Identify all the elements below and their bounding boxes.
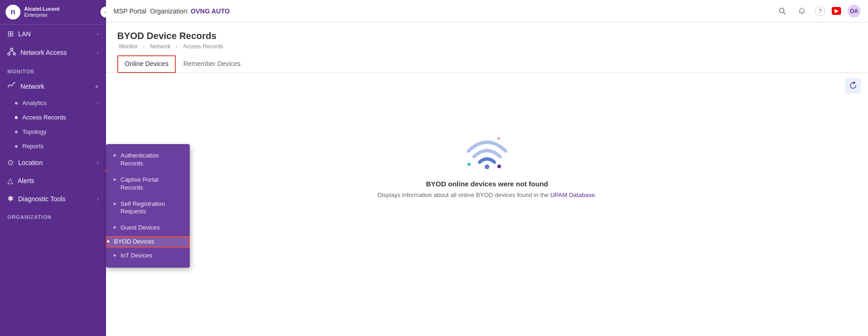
svg-point-5 (780, 8, 784, 13)
empty-state-description: Displays information about all online BY… (378, 191, 597, 198)
page-header: BYOD Device Records Monitor - Network - … (106, 22, 868, 50)
svg-point-1 (8, 53, 10, 55)
sidebar-item-network-access[interactable]: Network Access › (0, 43, 106, 62)
submenu-item-iot-devices[interactable]: IoT Devices (106, 248, 190, 264)
breadcrumb: Monitor - Network - Access Records (117, 43, 857, 50)
wifi-icon (464, 133, 510, 171)
empty-state: BYOD online devices were not found Displ… (106, 73, 868, 259)
svg-line-4 (12, 51, 14, 53)
access-records-submenu: Authentication Records Captive Portal Re… (106, 144, 190, 268)
dot-icon (114, 178, 116, 181)
top-header: MSP Portal Organization: OVNG AUTO ? ▶ O… (106, 0, 868, 22)
chevron-right-icon: › (97, 50, 99, 55)
org-name[interactable]: OVNG AUTO (191, 7, 230, 15)
empty-state-title: BYOD online devices were not found (426, 180, 548, 188)
sidebar-item-network[interactable]: Network ∧ (0, 77, 106, 96)
wifi-icon-container (464, 133, 510, 171)
submenu-item-self-reg[interactable]: Self Registration Requests (106, 196, 190, 220)
sidebar-item-diagnostic-tools[interactable]: ✱ Diagnostic Tools › (0, 190, 106, 208)
network-icon (7, 82, 16, 91)
submenu-item-guest-devices[interactable]: Guest Devices (106, 220, 190, 236)
dot-icon (114, 154, 116, 157)
arrow-indicator: → (100, 165, 109, 176)
svg-line-3 (9, 51, 12, 53)
submenu-item-auth-records[interactable]: Authentication Records (106, 148, 190, 172)
notifications-button[interactable] (795, 5, 808, 18)
refresh-button[interactable] (846, 78, 861, 93)
search-button[interactable] (776, 5, 789, 18)
dot-icon (15, 102, 18, 105)
chevron-right-icon: › (97, 160, 99, 165)
org-label: Organization: (150, 7, 189, 15)
sidebar-sub-item-access-records[interactable]: Access Records (15, 110, 106, 125)
svg-point-2 (13, 53, 16, 55)
svg-point-0 (11, 48, 13, 51)
chevron-right-icon: › (97, 31, 99, 37)
page-title: BYOD Device Records (117, 31, 857, 41)
svg-point-7 (485, 165, 489, 169)
logo-text: Alcatel-Lucent Enterprise (24, 6, 60, 18)
location-icon: ⊙ (7, 158, 13, 167)
tabs-bar: Online Devices Remember Devices (106, 55, 868, 73)
dot-icon (15, 131, 18, 133)
sidebar-logo: n Alcatel-Lucent Enterprise (0, 0, 106, 25)
user-avatar[interactable]: OA (848, 5, 861, 18)
network-access-icon (7, 47, 16, 58)
logo-icon: n (6, 5, 20, 20)
sidebar-item-location[interactable]: ⊙ Location › (0, 153, 106, 171)
sidebar: n Alcatel-Lucent Enterprise ← ⊞ LAN › Ne… (0, 0, 106, 336)
submenu-item-byod-devices[interactable]: BYOD Devices (106, 236, 190, 248)
alerts-icon: △ (7, 176, 13, 185)
network-sub-menu: Analytics › Access Records Topology Repo… (0, 96, 106, 153)
tab-online-devices[interactable]: Online Devices (117, 55, 176, 73)
chevron-up-icon: ∧ (95, 84, 99, 90)
lan-icon: ⊞ (7, 29, 13, 38)
chevron-right-icon: › (97, 196, 99, 202)
diagnostic-icon: ✱ (7, 194, 13, 203)
dot-icon (114, 203, 116, 205)
main-content: MSP Portal Organization: OVNG AUTO ? ▶ O… (106, 0, 868, 336)
dot-icon (114, 254, 116, 257)
dot-icon (107, 240, 109, 243)
dot-icon (15, 116, 18, 119)
sidebar-sub-item-analytics[interactable]: Analytics › (15, 96, 106, 110)
submenu-item-captive-portal[interactable]: Captive Portal Records (106, 172, 190, 196)
svg-line-6 (784, 12, 786, 14)
youtube-button[interactable]: ▶ (832, 7, 841, 15)
dot-icon (15, 145, 18, 148)
org-section-label: ORGANIZATION (0, 208, 106, 223)
chevron-right-icon: › (97, 100, 99, 106)
sidebar-item-lan[interactable]: ⊞ LAN › (0, 25, 106, 43)
sidebar-item-alerts[interactable]: △ Alerts (0, 171, 106, 190)
portal-label: MSP Portal (114, 7, 147, 15)
monitor-section-label: MONITOR (0, 62, 106, 77)
sidebar-sub-item-topology[interactable]: Topology (15, 125, 106, 139)
dot-icon (114, 226, 116, 229)
sidebar-sub-item-reports[interactable]: Reports (15, 139, 106, 153)
tab-remember-devices[interactable]: Remember Devices (176, 55, 248, 73)
page-content: BYOD Device Records Monitor - Network - … (106, 22, 868, 336)
help-button[interactable]: ? (815, 6, 825, 16)
header-icons: ? ▶ OA (776, 5, 861, 18)
